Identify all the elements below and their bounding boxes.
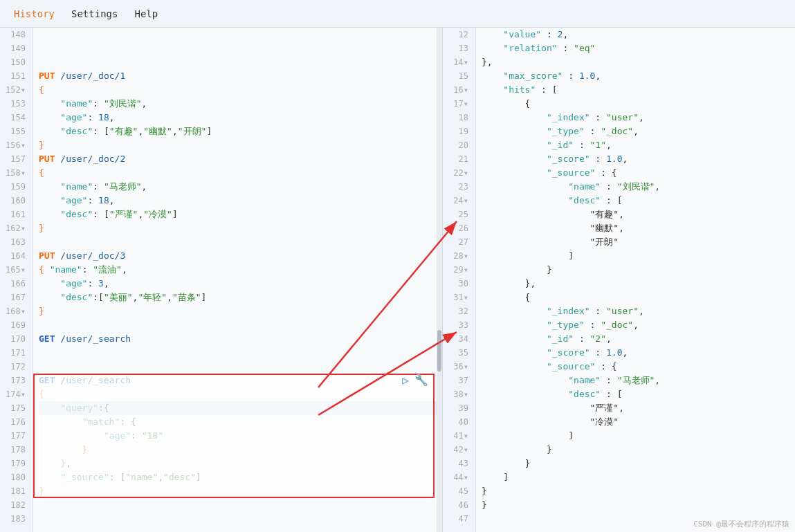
code-line[interactable]: ]	[482, 429, 789, 443]
code-line[interactable]	[39, 318, 437, 332]
line-number: 30	[446, 277, 473, 291]
code-line[interactable]: "hits" : [	[482, 83, 789, 97]
code-line[interactable]: "_type" : "_doc",	[482, 318, 789, 332]
code-line[interactable]	[39, 512, 437, 526]
code-line[interactable]: }	[39, 304, 437, 318]
code-line[interactable]: "match": {	[39, 415, 437, 429]
code-line[interactable]: PUT /user/_doc/1	[39, 69, 437, 83]
line-number: 169	[3, 318, 30, 332]
code-line[interactable]: }	[482, 457, 789, 470]
code-line[interactable]: "name": "马老师",	[39, 180, 437, 194]
code-line[interactable]: }	[39, 221, 437, 235]
code-line[interactable]: "_score" : 1.0,	[482, 346, 789, 360]
code-line[interactable]: "name" : "马老师",	[482, 374, 789, 387]
menu-settings[interactable]: Settings	[63, 6, 126, 22]
code-line[interactable]: "name" : "刘民谐",	[482, 180, 789, 194]
menu-help[interactable]: Help	[126, 6, 166, 22]
line-number: 14▾	[446, 55, 473, 69]
code-line[interactable]	[39, 498, 437, 512]
code-line[interactable]	[39, 235, 437, 249]
line-number: 151	[3, 69, 30, 83]
code-line[interactable]: "_index" : "user",	[482, 304, 789, 318]
left-code-area[interactable]: 148149150151152▾153154155156▾157158▾1591…	[0, 28, 442, 532]
code-line[interactable]: "age": 18,	[39, 111, 437, 125]
line-number: 156▾	[3, 138, 30, 152]
code-line[interactable]: }	[482, 263, 789, 277]
code-line[interactable]: "有趣",	[482, 208, 789, 221]
line-number: 172	[3, 360, 30, 374]
code-line[interactable]: "name": "刘民谐",	[39, 97, 437, 111]
code-line[interactable]: {	[39, 166, 437, 180]
code-line[interactable]: "value" : 2,	[482, 28, 789, 42]
code-line[interactable]	[39, 28, 437, 42]
code-line[interactable]: }	[39, 138, 437, 152]
code-line[interactable]: PUT /user/_doc/3	[39, 249, 437, 263]
code-line[interactable]: "_score" : 1.0,	[482, 152, 789, 166]
code-line[interactable]: "desc" : [	[482, 387, 789, 401]
code-line[interactable]: }	[482, 484, 789, 498]
code-line[interactable]: {	[39, 83, 437, 97]
code-line[interactable]: "age": 18,	[39, 194, 437, 208]
line-number: 154	[3, 111, 30, 125]
code-line[interactable]: "desc": ["有趣","幽默","开朗"]	[39, 125, 437, 138]
code-line[interactable]: "_index" : "user",	[482, 111, 789, 125]
code-line[interactable]: "_source" : {	[482, 166, 789, 180]
code-line[interactable]: }	[482, 443, 789, 457]
line-number: 149	[3, 42, 30, 55]
line-number: 32	[446, 304, 473, 318]
code-line[interactable]: }	[39, 443, 437, 457]
line-number: 173	[3, 374, 30, 387]
code-line[interactable]: "_type" : "_doc",	[482, 125, 789, 138]
tool-icon[interactable]: 🔧	[414, 374, 428, 387]
right-code-content: "value" : 2, "relation" : "eq"}, "max_sc…	[476, 28, 795, 532]
run-icon[interactable]: ▷	[402, 374, 409, 387]
code-line[interactable]: "desc": ["严谨","冷漠"]	[39, 208, 437, 221]
code-line[interactable]: "relation" : "eq"	[482, 42, 789, 55]
code-line[interactable]: },	[482, 277, 789, 291]
code-line[interactable]	[39, 55, 437, 69]
code-line[interactable]: "max_score" : 1.0,	[482, 69, 789, 83]
right-code-area[interactable]: 121314▾1516▾17▾1819202122▾2324▾25262728▾…	[443, 28, 795, 532]
line-number: 44▾	[446, 470, 473, 484]
code-line[interactable]: {	[482, 291, 789, 304]
code-line[interactable]: "_source": ["name","desc"]	[39, 470, 437, 484]
code-line[interactable]: "开朗"	[482, 235, 789, 249]
code-line[interactable]: { "name": "流油",	[39, 263, 437, 277]
code-line[interactable]: "age": "18"	[39, 429, 437, 443]
code-line[interactable]: }	[482, 498, 789, 512]
code-line[interactable]: "幽默",	[482, 221, 789, 235]
code-line[interactable]: "_source" : {	[482, 360, 789, 374]
code-line[interactable]: ]	[482, 470, 789, 484]
code-line[interactable]: "query":{	[39, 401, 437, 415]
code-line[interactable]: GET /user/_search	[39, 374, 437, 387]
line-number: 25	[446, 208, 473, 221]
code-line[interactable]: {	[39, 387, 437, 401]
left-scrollbar[interactable]	[437, 28, 442, 532]
code-line[interactable]: "冷漠"	[482, 415, 789, 429]
code-line[interactable]	[39, 360, 437, 374]
code-line[interactable]: "严谨",	[482, 401, 789, 415]
code-line[interactable]	[39, 346, 437, 360]
line-number: 12	[446, 28, 473, 42]
code-line[interactable]: GET /user/_search	[39, 332, 437, 346]
code-line[interactable]: "_id" : "1",	[482, 138, 789, 152]
line-number: 182	[3, 498, 30, 512]
line-number: 41▾	[446, 429, 473, 443]
menubar: History Settings Help	[0, 0, 795, 28]
code-line[interactable]	[39, 42, 437, 55]
code-line[interactable]: {	[482, 97, 789, 111]
code-line[interactable]: "desc" : [	[482, 194, 789, 208]
code-line[interactable]: },	[482, 55, 789, 69]
menu-history[interactable]: History	[6, 6, 63, 22]
code-line[interactable]: PUT /user/_doc/2	[39, 152, 437, 166]
code-line[interactable]: "_id" : "2",	[482, 332, 789, 346]
code-line[interactable]: "desc":["美丽","年轻","苗条"]	[39, 291, 437, 304]
code-line[interactable]: "age": 3,	[39, 277, 437, 291]
left-scrollbar-thumb[interactable]	[437, 330, 441, 372]
line-number: 166	[3, 277, 30, 291]
line-number: 158▾	[3, 166, 30, 180]
code-line[interactable]: }	[39, 484, 437, 498]
code-line[interactable]: },	[39, 457, 437, 470]
code-line[interactable]: ]	[482, 249, 789, 263]
line-number: 150	[3, 55, 30, 69]
